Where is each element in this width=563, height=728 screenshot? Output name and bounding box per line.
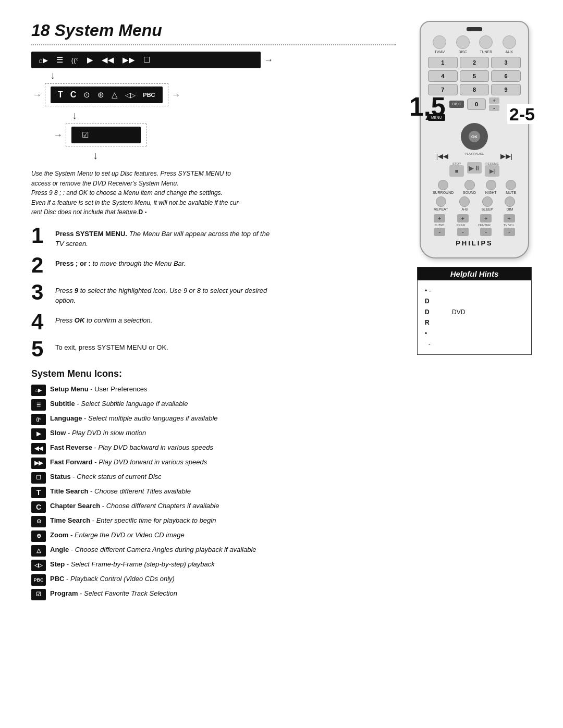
icon-zoom-glyph: ⊕ (31, 530, 46, 542)
arrow-down-1: ↓ (50, 69, 55, 81)
remote-body: TV/AV DISC TUNER AUX (420, 21, 529, 258)
helpful-hints-box: Helpful Hints • - D D DVD R • - (417, 267, 532, 355)
src-disc[interactable]: DISC (456, 35, 470, 54)
icon-program: ☑ (82, 130, 89, 140)
hint-R: R (425, 317, 524, 328)
prev-btn[interactable]: |◀◀ (436, 152, 448, 160)
btn-minus[interactable]: - (489, 105, 499, 111)
btn-9[interactable]: 9 (491, 84, 521, 95)
icon-timesearch: ⊙ (83, 90, 90, 100)
icon-row-slow: ▶ Slow - Play DVD in slow motion (31, 428, 396, 440)
btn-4[interactable]: 4 (428, 70, 458, 82)
dim-btn[interactable] (505, 196, 515, 207)
center-plus[interactable]: + (480, 214, 492, 223)
src-tvav[interactable]: TV/AV (433, 35, 446, 54)
disc-src-btn[interactable] (456, 35, 470, 49)
icon-row-pbc: PBC PBC - Playback Control (Video CDs on… (31, 574, 396, 586)
btn-2[interactable]: 2 (460, 57, 489, 68)
src-tuner[interactable]: TUNER (479, 35, 493, 54)
intro-line2: access or remove the DVD Receiver's Syst… (31, 180, 178, 187)
btn-0[interactable]: 0 (467, 98, 486, 110)
step-1: 1 Press SYSTEM MENU. The Menu Bar will a… (31, 225, 396, 249)
icon-step-glyph: ◁▷ (31, 560, 46, 571)
stop-btn[interactable]: ■ (449, 165, 464, 177)
icon-row-language: ((ᶜ Language - Select multiple audio lan… (31, 414, 396, 425)
play-pause-label: PLAY/PAUSE (465, 152, 484, 160)
step-number-2: 2 (31, 254, 50, 276)
remote-with-numbers: 1,5 2-5 TV/AV DISC (420, 21, 529, 258)
sound-label: SOUND (463, 191, 476, 194)
icon-pbc: PBC (143, 92, 155, 98)
step-text-3: Press 9 to select the highlighted icon. … (55, 281, 274, 306)
btn-plus[interactable]: + (489, 97, 499, 104)
icon-row-program: ☑ Program - Select Favorite Track Select… (31, 589, 396, 600)
sleep-btn[interactable] (482, 196, 493, 207)
repeat1-btn-area: REPEAT (434, 196, 448, 211)
disc-btn[interactable]: DISC (449, 101, 464, 108)
btn-5[interactable]: 5 (460, 70, 489, 82)
btn-6[interactable]: 6 (491, 70, 521, 82)
icon-T: T (58, 90, 63, 100)
resume-label: RESUME (485, 162, 499, 165)
tvvol-minus[interactable]: - (504, 228, 515, 236)
surround-btn[interactable] (438, 180, 448, 190)
step-number-1: 1 (31, 225, 50, 246)
icon-fastreverse-label: Fast Reverse - Play DVD backward in vari… (50, 443, 213, 452)
icon-C: C (70, 90, 77, 100)
intro-suffix: D - (138, 208, 146, 216)
arrow-into-box-2: → (53, 130, 63, 141)
ok-btn[interactable]: OK (469, 131, 480, 142)
repeat2-btn[interactable] (459, 196, 470, 207)
icon-row-titlesearch: T Title Search - Choose different Titles… (31, 487, 396, 498)
vol-labels-row: SUBW REAR CENTER TV VOL (428, 224, 521, 227)
dashed-bar-3: ☑ (66, 124, 146, 146)
icon-rewind: ◀◀ (102, 55, 114, 65)
step-number-5: 5 (31, 338, 50, 360)
icon-slow-glyph: ▶ (31, 428, 46, 440)
icon-pbc-label: PBC - Playback Control (Video CDs only) (50, 574, 175, 584)
diagram-section: ⌂▶ ☰ ((ᶜ ▶ ◀◀ ▶▶ ☐ → ↓ → T (31, 52, 396, 162)
icon-program-glyph: ☑ (31, 589, 46, 600)
resume-btn[interactable]: ▶| (485, 165, 499, 177)
icon-titlesearch-glyph: T (31, 487, 46, 498)
tvvol-plus[interactable]: + (504, 214, 515, 223)
sound-btn-area: SOUND (463, 180, 476, 194)
rear-plus[interactable]: + (457, 214, 469, 223)
step-number-4: 4 (31, 311, 50, 333)
icon-timesearch-glyph: ⊙ (31, 516, 46, 527)
icon-row-angle: △ Angle - Choose different Camera Angles… (31, 545, 396, 557)
btn-1[interactable]: 1 (428, 57, 458, 68)
next-btn[interactable]: ▶▶| (500, 152, 512, 160)
rear-minus[interactable]: - (457, 228, 469, 236)
sound-row: SURROUND SOUND NIGHT MUTE (428, 180, 521, 194)
tuner-label: TUNER (480, 50, 492, 54)
tuner-btn[interactable] (479, 35, 493, 49)
icon-row-timesearch: ⊙ Time Search - Enter specific time for … (31, 516, 396, 527)
repeat1-btn[interactable] (436, 196, 446, 207)
btn-3[interactable]: 3 (491, 57, 521, 68)
icon-pbc-glyph: PBC (31, 574, 46, 586)
menu-bar-1: ⌂▶ ☰ ((ᶜ ▶ ◀◀ ▶▶ ☐ (31, 52, 261, 68)
play-btn[interactable]: ▶⏸ (467, 162, 482, 174)
play-stop-row: STOP ■ ▶⏸ RESUME ▶| (428, 162, 521, 177)
icon-angle: △ (112, 90, 118, 100)
step-text-1: Press SYSTEM MENU. The Menu Bar will app… (55, 225, 274, 249)
tvav-btn[interactable] (433, 35, 446, 49)
subw-minus[interactable]: - (434, 228, 445, 236)
mute-btn[interactable] (506, 180, 516, 190)
btn-8[interactable]: 8 (460, 84, 489, 95)
disc-src-label: DISC (458, 50, 467, 54)
subw-plus[interactable]: + (434, 214, 445, 223)
big-number-25: 2-5 (507, 104, 537, 124)
step-text-5: To exit, press SYSTEM MENU or OK. (55, 338, 168, 353)
sound-btn[interactable] (464, 180, 475, 190)
night-btn[interactable] (486, 180, 496, 190)
icon-fastfwd-glyph: ▶▶ (31, 458, 46, 469)
center-minus[interactable]: - (480, 228, 492, 236)
remote-container: 1,5 2-5 TV/AV DISC (407, 21, 542, 355)
intro-line4: Even if a feature is set in the System M… (31, 199, 240, 206)
aux-btn[interactable] (503, 35, 516, 49)
src-aux[interactable]: AUX (503, 35, 516, 54)
icon-slow: ▶ (87, 55, 93, 65)
icon-subtitle-glyph: ☰ (31, 399, 46, 411)
